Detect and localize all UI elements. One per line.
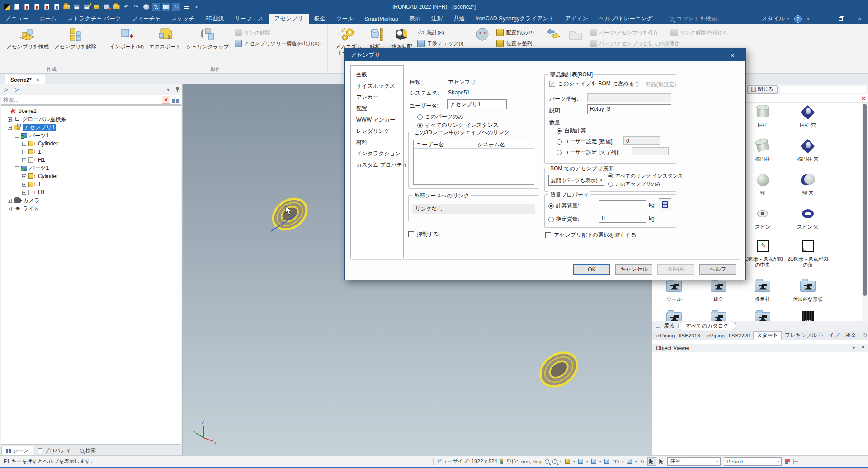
help-icon[interactable]: ? [794, 15, 802, 23]
tab-addin[interactable]: アドイン [560, 14, 594, 24]
tab-sketch[interactable]: スケッチ [166, 14, 200, 24]
tree-row-light[interactable]: +ライト [1, 205, 181, 213]
shaded-view-icon[interactable] [578, 459, 583, 464]
zoom-window-icon[interactable] [552, 459, 557, 464]
catalog-home-icon[interactable] [112, 3, 121, 11]
rotate-view-icon[interactable]: ↻ [172, 3, 180, 11]
tab-feature[interactable]: フィーチャ [126, 14, 166, 24]
nav-interaction[interactable]: インタラクション [356, 148, 403, 159]
new-sheet-icon[interactable] [42, 3, 51, 11]
export-button[interactable]: エクスポート [146, 26, 184, 51]
search-clear-icon[interactable]: × [162, 96, 170, 104]
tab-3dcurve[interactable]: 3D曲線 [200, 14, 229, 24]
link-state-icon[interactable] [785, 459, 790, 464]
tree-row-cylinder[interactable]: +↑Cylinder [1, 140, 181, 148]
camera-view-icon[interactable] [604, 459, 609, 464]
qat-overflow-icon[interactable]: ▾ [192, 3, 200, 11]
nav-rendering[interactable]: レンダリング [356, 126, 403, 137]
redo-icon[interactable]: ↷ [132, 3, 141, 11]
view-cube-icon[interactable] [627, 459, 632, 464]
tree-row-part1[interactable]: −パーツ1 [1, 131, 181, 140]
scene-links-table[interactable]: ユーザー名システム名 [413, 140, 534, 185]
catalog-scrollbar[interactable] [863, 104, 867, 296]
help-button[interactable]: ヘルプ [699, 264, 736, 275]
close-button[interactable]: × [853, 14, 866, 24]
undo-icon[interactable]: ↶ [122, 3, 131, 11]
object-viewer-dropdown-icon[interactable]: ▼ [852, 346, 856, 351]
tab-annotation[interactable]: 注釈 [426, 14, 448, 24]
calc-mass-input[interactable] [599, 200, 646, 209]
tab-home[interactable]: ホーム [34, 14, 62, 24]
viewcube-dropdown-icon[interactable]: ▾ [635, 459, 637, 463]
user-string-radio[interactable]: ユーザー設定 [文字列]: [557, 149, 619, 156]
cancel-button[interactable]: キャンセル [615, 264, 652, 275]
user-name-input[interactable]: アセンブリ1 [447, 99, 507, 109]
tree-row-1b[interactable]: +↑1 [1, 180, 181, 188]
new-doc-blue-icon[interactable] [52, 3, 61, 11]
catalog-item-sphere-hole[interactable]: 球 穴 [787, 171, 829, 196]
new-from-template-icon[interactable] [23, 3, 31, 11]
all-link-instances-radio[interactable]: すべてのリンク インスタンス [417, 122, 499, 129]
perspective-dropdown-icon[interactable]: ▾ [622, 459, 624, 463]
tab-view[interactable]: 表示 [404, 14, 426, 24]
ironcad-logo-icon[interactable] [3, 3, 11, 11]
render-head-icon[interactable] [142, 3, 151, 11]
catalog-item-spin-hole[interactable]: スピン 穴 [787, 205, 829, 230]
catalog-folder-extra3[interactable] [742, 309, 783, 321]
ok-button[interactable]: OK [573, 264, 610, 275]
statistics-button[interactable]: √a統計(S)... [417, 29, 463, 36]
catalog-item-spin[interactable]: スピン [742, 205, 783, 230]
walk-view-icon[interactable] [591, 459, 596, 464]
units-value[interactable]: mm, deg [521, 459, 542, 464]
restore-button[interactable] [834, 14, 847, 24]
catalog-item-2d-center[interactable]: 2D図形 - 原点が図の中央 [742, 237, 783, 267]
external-link-button[interactable] [542, 26, 564, 43]
ring-shape-2[interactable] [531, 344, 587, 395]
expand-icon[interactable]: + [22, 142, 26, 146]
catalog-tab-tools[interactable]: ツール [859, 331, 868, 340]
select-tool-active[interactable] [647, 457, 656, 466]
tree-row-part1b[interactable]: −パーツ1 [1, 164, 181, 172]
tab-structure-parts[interactable]: ストラクチャ パーツ [62, 14, 126, 24]
document-close-icon[interactable]: × [36, 77, 39, 83]
tab-properties-bottom[interactable]: プロパティ [33, 446, 75, 455]
catalog-path-input[interactable] [780, 86, 866, 93]
tab-common[interactable]: 共通 [448, 14, 470, 24]
tree-row-h1b[interactable]: +↑H1 [1, 188, 181, 197]
tab-tools[interactable]: ツール [331, 14, 359, 24]
scale-combo[interactable]: 任意▾ [667, 457, 721, 466]
interference-check-button[interactable]: 干渉チェック(I) [417, 40, 463, 47]
collapse-icon[interactable]: − [8, 126, 12, 130]
this-part-only-radio[interactable]: このパーツのみ [417, 113, 464, 121]
catalog-folder-tools[interactable]: ツール [653, 277, 695, 302]
new-drawing-icon[interactable] [33, 3, 41, 11]
tree-row-cylinder2[interactable]: +↑Cylinder [1, 172, 181, 180]
expand-icon[interactable]: + [22, 158, 26, 162]
tree-row-1[interactable]: +↑1 [1, 148, 181, 156]
nav-custom-properties[interactable]: カスタム プロパティ [356, 159, 403, 171]
calc-mass-radio[interactable]: 計算質量: [548, 202, 579, 210]
catalog-folder-extra2[interactable] [698, 309, 739, 321]
orbit-icon[interactable]: ↻ [640, 459, 645, 465]
expand-this-assembly-radio[interactable]: このアセンブリのみ [608, 181, 661, 187]
expand-icon[interactable]: + [8, 207, 12, 211]
collapse-icon[interactable]: − [15, 134, 19, 138]
dialog-title-bar[interactable]: アセンブリ × [345, 49, 745, 61]
list-view-icon[interactable] [182, 3, 190, 11]
tree-search-input[interactable]: 検索... [3, 96, 19, 104]
expand-icon[interactable]: + [8, 117, 12, 122]
tab-surface[interactable]: サーフェス [229, 14, 269, 24]
export-assembly-tree-button[interactable]: アセンブリツリー構造を出力(X)... [235, 40, 324, 47]
draft-analysis-button[interactable]: 抜き勾配 [388, 26, 415, 51]
release-assembly-button[interactable]: アセンブリを解除 [52, 26, 99, 51]
expand-icon[interactable]: + [22, 150, 26, 154]
nav-sizebox[interactable]: サイズボックス [356, 80, 403, 92]
tab-menu[interactable]: メニュー [0, 14, 34, 24]
analysis-button[interactable]: 解析... [366, 26, 388, 51]
tab-help-training[interactable]: ヘルプ/トレーニング [594, 14, 658, 24]
user-numeric-radio[interactable]: ユーザー設定 [数値]: [557, 138, 614, 145]
walk-dropdown-icon[interactable]: ▾ [599, 459, 601, 463]
placement-constraint-button[interactable]: 配置拘束(P) [496, 29, 533, 36]
pin-icon[interactable] [176, 87, 179, 92]
catalog-tab-icpiping2220[interactable]: icPiping_JISB2220 [703, 331, 754, 340]
